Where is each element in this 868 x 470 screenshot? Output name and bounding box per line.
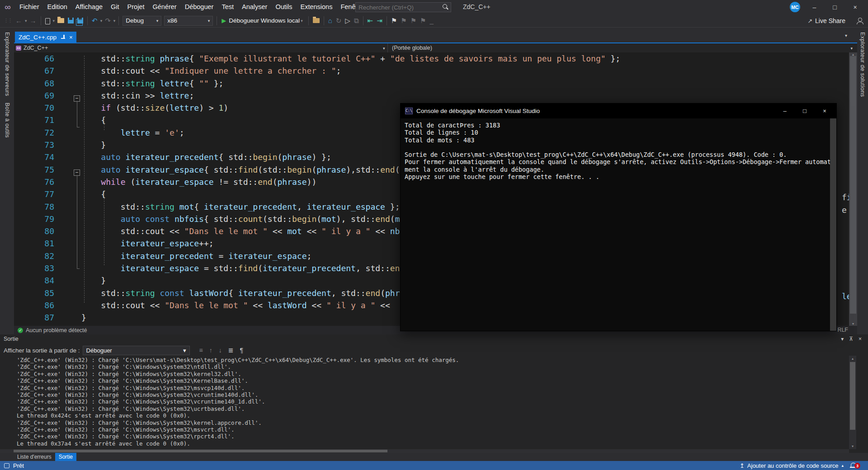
close-tab-icon[interactable]: × — [69, 34, 73, 41]
no-issues-label[interactable]: Aucun problème détecté — [26, 327, 87, 334]
panel-tab-sortie[interactable]: Sortie — [55, 453, 76, 461]
menu-item-affichage[interactable]: Affichage — [71, 0, 107, 14]
menu-item-fichier[interactable]: Fichier — [15, 0, 43, 14]
navigate-back-icon[interactable]: ← — [14, 17, 24, 24]
output-log[interactable]: 'ZdC_C++.exe' (Win32) : Chargé 'C:\Users… — [0, 356, 849, 449]
menu-item-g-n-rer[interactable]: Générer — [148, 0, 180, 14]
console-close-button[interactable]: × — [815, 103, 835, 118]
output-source-dropdown[interactable]: Déboguer ▾ — [83, 346, 190, 355]
unindent-icon[interactable]: ⇤ — [366, 17, 375, 25]
indent-icon[interactable]: ⇥ — [375, 17, 384, 25]
quick-search-box[interactable] — [355, 2, 451, 12]
toolbar-drag-handle[interactable]: ⋮⋮ — [4, 18, 12, 24]
minimize-button[interactable]: – — [804, 0, 825, 14]
scope-dropdown[interactable]: (Portée globale) — [392, 43, 432, 52]
chevron-down-icon[interactable]: ▾ — [850, 46, 853, 51]
output-horizontal-scrollbar[interactable] — [0, 449, 849, 453]
pin-icon[interactable] — [60, 34, 66, 40]
document-list-caret-icon[interactable]: ▾ — [845, 33, 847, 38]
background-tasks-icon[interactable] — [4, 463, 9, 468]
code-line[interactable]: 68 std::string lettre{ "" }; — [14, 77, 849, 89]
tool-strip-tab-explorateur-de-solutions[interactable]: Explorateur de solutions — [859, 32, 866, 97]
new-file-caret-icon[interactable]: ▾ — [52, 19, 56, 23]
console-titlebar[interactable]: C:\ Console de débogage Microsoft Visual… — [401, 103, 836, 118]
panel-dropdown-icon[interactable]: ▾ — [841, 336, 844, 342]
undo-icon[interactable]: ↶ — [90, 17, 99, 25]
console-maximize-button[interactable]: □ — [795, 103, 815, 118]
output-vertical-scrollbar[interactable]: ▴ ▾ — [849, 356, 856, 449]
menu-item-git[interactable]: Git — [107, 0, 123, 14]
menu-item-analyser[interactable]: Analyser — [238, 0, 271, 14]
open-file-icon[interactable] — [57, 18, 64, 23]
scroll-down-icon[interactable]: ▾ — [849, 444, 856, 448]
tool-strip-tab-bo-te-outils[interactable]: Boîte à outils — [4, 103, 10, 138]
menu-item-d-boguer[interactable]: Déboguer — [181, 0, 218, 14]
save-icon[interactable] — [68, 18, 74, 24]
goto-first-message-icon[interactable]: ≡ — [197, 347, 205, 354]
undo-caret-icon[interactable]: ▾ — [99, 19, 104, 23]
goto-next-message-icon[interactable]: ↓ — [217, 347, 224, 354]
previous-bookmark-icon[interactable]: ⚑ — [399, 17, 408, 25]
close-button[interactable]: × — [845, 0, 865, 14]
feedback-icon[interactable] — [856, 17, 864, 25]
search-icon[interactable] — [441, 3, 449, 11]
menu-item-test[interactable]: Test — [217, 0, 238, 14]
tool-strip-tab-explorateur-de-serveurs[interactable]: Explorateur de serveurs — [4, 32, 10, 96]
code-line[interactable]: 67 std::cout << "Indiquer une lettre a c… — [14, 65, 849, 77]
panel-tab-liste-d-erreurs[interactable]: Liste d'erreurs — [14, 453, 55, 461]
document-tab-active[interactable]: ZdC_C++.cpp × — [15, 32, 76, 42]
navigate-forward-icon[interactable]: → — [28, 17, 38, 24]
project-dropdown[interactable]: ++ ZdC_C++ — [16, 43, 48, 52]
toggle-word-wrap-icon[interactable]: ¶ — [238, 347, 246, 354]
navigate-back-caret-icon[interactable]: ▾ — [24, 19, 28, 23]
console-scrollbar[interactable] — [830, 118, 836, 331]
menu-item-edition[interactable]: Edition — [43, 0, 71, 14]
live-share-button[interactable]: ↗ Live Share — [807, 17, 845, 24]
clear-bookmarks-icon[interactable]: ⚑ — [418, 17, 428, 25]
output-scrollbar-thumb[interactable] — [850, 362, 855, 430]
pin-panel-icon[interactable]: ⊼ — [849, 336, 853, 342]
menu-item-outils[interactable]: Outils — [271, 0, 296, 14]
toggle-bookmark-icon[interactable]: ⚑ — [389, 17, 399, 25]
notifications-button[interactable]: 3 — [851, 461, 862, 470]
save-all-icon[interactable] — [77, 18, 83, 24]
editor-scrollbar[interactable]: ▴ ▾ — [849, 52, 857, 326]
new-file-icon[interactable] — [45, 18, 50, 24]
start-debugging-button[interactable]: ▶ Débogueur Windows local ▾ — [219, 17, 306, 24]
code-token: mot — [321, 214, 336, 224]
console-minimize-button[interactable]: – — [775, 103, 795, 118]
menu-item-extensions[interactable]: Extensions — [296, 0, 336, 14]
fold-collapse-icon[interactable]: − — [74, 95, 80, 102]
debug-console-window[interactable]: C:\ Console de débogage Microsoft Visual… — [400, 103, 837, 331]
break-all-icon[interactable]: ⌂ — [326, 17, 334, 24]
chevron-down-icon[interactable]: ▾ — [383, 46, 385, 51]
scroll-up-icon[interactable]: ▴ — [849, 357, 856, 361]
code-line[interactable]: 66 std::string phrase{ "Exemple illustra… — [14, 52, 849, 65]
add-to-source-control-button[interactable]: Ajouter au contrôle de code source — [747, 462, 839, 469]
redo-caret-icon[interactable]: ▾ — [113, 19, 117, 23]
show-next-statement-icon[interactable]: ▷ — [343, 17, 352, 25]
close-panel-icon[interactable]: × — [859, 336, 862, 342]
next-bookmark-icon[interactable]: ⚑ — [409, 17, 418, 25]
fold-collapse-icon[interactable]: − — [74, 169, 80, 176]
start-debugging-caret-icon[interactable]: ▾ — [300, 19, 304, 23]
code-line[interactable]: 69 std::cin >> lettre; — [14, 89, 849, 102]
hot-reload-icon[interactable]: ↻ — [334, 17, 344, 25]
chevron-up-icon[interactable]: ▴ — [841, 463, 844, 468]
menu-item-projet[interactable]: Projet — [123, 0, 149, 14]
toolbar-overflow-icon[interactable]: _ — [428, 17, 435, 24]
redo-icon[interactable]: ↷ — [103, 17, 113, 25]
output-panel-header[interactable]: Sortie ▾⊼× — [0, 334, 868, 344]
search-input[interactable] — [356, 4, 441, 11]
avatar[interactable]: MC — [790, 2, 800, 12]
scroll-down-icon[interactable]: ▾ — [849, 322, 857, 326]
output-horizontal-thumb[interactable] — [14, 450, 387, 452]
copy-icon[interactable]: ⧉ — [352, 17, 361, 25]
editor-scrollbar-thumb[interactable] — [850, 56, 856, 314]
clear-all-icon[interactable]: ≣ — [226, 347, 236, 354]
solution-platform-dropdown[interactable]: x86 ▾ — [164, 16, 213, 26]
solution-configuration-dropdown[interactable]: Debug ▾ — [123, 16, 161, 26]
attach-to-process-icon[interactable] — [313, 18, 320, 23]
restore-button[interactable]: □ — [825, 0, 845, 14]
goto-previous-message-icon[interactable]: ↑ — [207, 347, 215, 354]
